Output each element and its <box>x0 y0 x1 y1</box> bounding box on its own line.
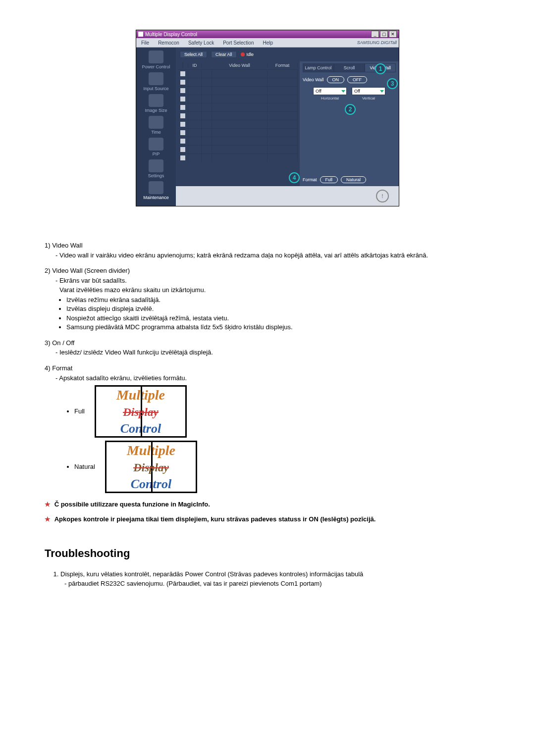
callout-1-icon: 1 <box>375 63 386 74</box>
format-full-diagram: Multiple Display Control <box>95 385 187 438</box>
gear-icon <box>149 159 163 172</box>
menu-file[interactable]: File <box>138 40 152 46</box>
sidebar-item-pip[interactable]: PIP <box>136 138 176 156</box>
doc-item-3: 3) On / Off - Ieslēdz/ izslēdz Video Wal… <box>45 339 490 357</box>
title: Multiple Display Control <box>145 32 197 37</box>
clear-all-button[interactable]: Clear All <box>211 51 237 58</box>
star-icon: ★ <box>45 515 51 523</box>
menu-remocon[interactable]: Remocon <box>155 40 182 46</box>
callout-3-icon: 3 <box>387 78 398 89</box>
image-size-icon <box>149 94 163 107</box>
row-checkbox[interactable] <box>180 121 186 127</box>
sidebar-item-power-control[interactable]: Power Control <box>136 50 176 69</box>
sidebar-item-input-source[interactable]: Input Source <box>136 72 176 91</box>
status-idle: Idle <box>241 52 254 57</box>
table-row[interactable] <box>178 78 298 86</box>
table-row[interactable] <box>178 69 298 78</box>
input-icon <box>149 72 163 85</box>
doc-item-1: 1) Video Wall - Video wall ir vairāku vi… <box>45 241 490 259</box>
power-icon <box>149 50 163 63</box>
horizontal-select[interactable]: Off <box>313 87 347 95</box>
vertical-select[interactable]: Off <box>352 87 385 95</box>
pip-icon <box>149 138 163 151</box>
doc-item-2: 2) Video Wall (Screen divider) - Ekrāns … <box>45 266 490 332</box>
full-button[interactable]: Full <box>320 176 338 183</box>
col-format: Format <box>268 63 298 68</box>
video-wall-label: Video Wall <box>303 77 324 82</box>
time-icon <box>149 116 163 129</box>
chevron-down-icon <box>341 90 345 93</box>
sidebar-item-time[interactable]: Time <box>136 116 176 135</box>
format-natural-label: Natural <box>74 462 95 471</box>
select-all-button[interactable]: Select All <box>180 51 207 58</box>
vertical-label: Vertical <box>362 96 375 101</box>
minimize-icon[interactable]: _ <box>371 31 379 38</box>
row-checkbox[interactable] <box>180 71 186 77</box>
note-1: ★ Č possibile utilizzare questa funzione… <box>45 500 490 509</box>
format-natural-diagram: Multiple Display Control <box>105 441 197 493</box>
status-dot-icon <box>241 52 245 56</box>
row-checkbox[interactable] <box>180 104 186 110</box>
ts-item-1: Displejs, kuru vēlaties kontrolēt, nepar… <box>60 570 490 588</box>
chevron-down-icon <box>380 90 384 93</box>
troubleshooting-heading: Troubleshooting <box>45 546 490 561</box>
row-checkbox[interactable] <box>180 138 186 144</box>
natural-button[interactable]: Natural <box>341 176 366 183</box>
table-row[interactable] <box>178 111 298 120</box>
table-row[interactable] <box>178 95 298 103</box>
row-checkbox[interactable] <box>180 130 186 136</box>
menu-port-selection[interactable]: Port Selection <box>220 40 257 46</box>
warning-icon: ! <box>376 190 389 202</box>
col-check[interactable] <box>178 63 188 68</box>
footer: ! <box>176 186 399 206</box>
note-2: ★ Apkopes kontrole ir pieejama tikai tie… <box>45 515 490 524</box>
list-item: Izvēlas displeju displeja izvēlē. <box>66 304 490 313</box>
table-row[interactable] <box>178 128 298 137</box>
row-checkbox[interactable] <box>180 155 186 161</box>
list-item: Izvēlas režīmu ekrāna sadalītājā. <box>66 296 490 304</box>
close-icon[interactable]: ✕ <box>389 31 397 38</box>
row-checkbox[interactable] <box>180 113 186 119</box>
callout-4-icon: 4 <box>289 172 300 183</box>
sidebar-item-maintenance[interactable]: Maintenance <box>136 181 176 200</box>
app-window: Multiple Display Control _ ▢ ✕ File Remo… <box>136 30 399 206</box>
menu-safety-lock[interactable]: Safety Lock <box>185 40 217 46</box>
titlebar: Multiple Display Control _ ▢ ✕ <box>136 30 399 38</box>
callout-2-icon: 2 <box>345 104 356 115</box>
row-checkbox[interactable] <box>180 96 186 102</box>
tab-scroll[interactable]: Scroll <box>334 63 365 72</box>
maximize-icon[interactable]: ▢ <box>380 31 388 38</box>
horizontal-label: Horizontal <box>321 96 339 101</box>
doc-item-4: 4) Format - Apskatot sadalīto ekrānu, iz… <box>45 364 490 493</box>
brand-text: SAMSUNG DIGITall <box>357 40 397 45</box>
settings-panel: 1 3 2 4 Lamp Control Scroll Video Wall V… <box>300 61 399 186</box>
display-table: ID Video Wall Format <box>176 61 300 186</box>
table-row[interactable] <box>178 137 298 145</box>
table-row[interactable] <box>178 86 298 95</box>
format-label: Format <box>303 177 317 182</box>
row-checkbox[interactable] <box>180 88 186 94</box>
col-id: ID <box>188 63 202 68</box>
row-checkbox[interactable] <box>180 79 186 85</box>
table-row[interactable] <box>178 153 298 162</box>
on-button[interactable]: ON <box>327 76 345 83</box>
list-item: Samsung piedāvātā MDC programma atbalsta… <box>66 323 490 332</box>
sidebar-item-image-size[interactable]: Image Size <box>136 94 176 113</box>
col-video-wall: Video Wall <box>212 63 268 68</box>
table-row[interactable] <box>178 103 298 111</box>
star-icon: ★ <box>45 501 51 508</box>
off-button[interactable]: OFF <box>347 76 367 83</box>
list-item: Nospiežot attiecīgo skaitli izvēlētajā r… <box>66 314 490 323</box>
sidebar: Power Control Input Source Image Size Ti… <box>136 48 176 206</box>
app-icon <box>138 32 143 37</box>
format-full-label: Full <box>74 407 85 416</box>
table-row[interactable] <box>178 120 298 128</box>
menu-help[interactable]: Help <box>260 40 276 46</box>
menubar: File Remocon Safety Lock Port Selection … <box>136 38 399 48</box>
row-checkbox[interactable] <box>180 147 186 152</box>
sidebar-item-settings[interactable]: Settings <box>136 159 176 178</box>
table-row[interactable] <box>178 145 298 153</box>
toolbar: Select All Clear All Idle <box>176 48 399 61</box>
tab-lamp-control[interactable]: Lamp Control <box>303 63 334 72</box>
doc-body: 1) Video Wall - Video wall ir vairāku vi… <box>45 241 490 588</box>
